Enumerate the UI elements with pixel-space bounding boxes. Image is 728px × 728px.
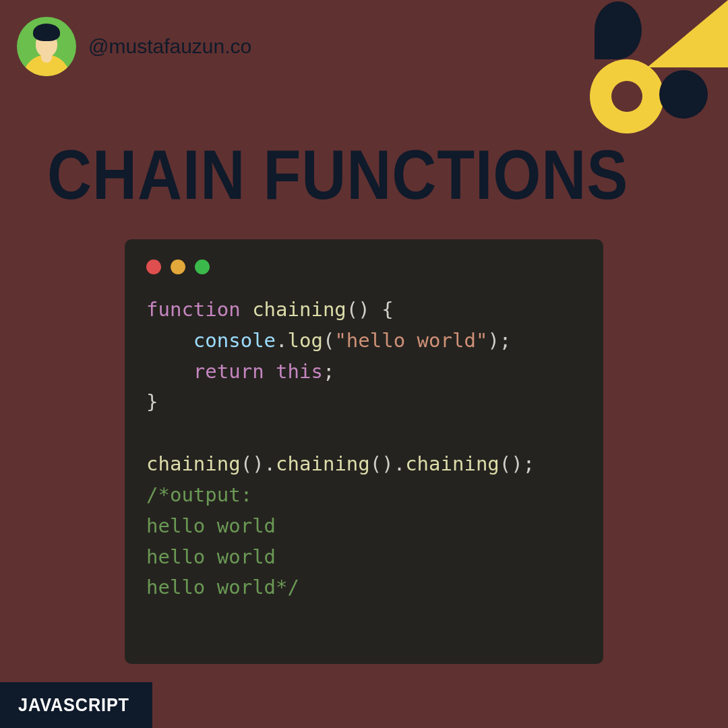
teardrop-shape: [595, 1, 642, 59]
maximize-icon: [195, 260, 210, 274]
triangle-shape: [647, 0, 728, 67]
close-icon: [146, 260, 161, 274]
chain-call-1: chaining: [146, 452, 241, 475]
avatar: [17, 17, 76, 76]
keyword-this: this: [276, 360, 323, 383]
decorative-shapes: [573, 0, 728, 155]
handle-text: @mustafauzun.co: [88, 35, 251, 58]
function-name: chaining: [252, 298, 346, 321]
language-badge: JAVASCRIPT: [0, 682, 152, 728]
chain-call-3: chaining: [405, 452, 499, 475]
page-title: CHAIN FUNCTIONS: [47, 135, 628, 215]
console-ident: console: [193, 329, 276, 352]
header: @mustafauzun.co: [17, 17, 251, 76]
comment-line-4: hello world*/: [146, 576, 299, 599]
comment-line-1: /*output:: [146, 483, 252, 506]
code-block: function chaining() { console.log("hello…: [146, 295, 582, 603]
minimize-icon: [171, 260, 185, 274]
code-window: function chaining() { console.log("hello…: [125, 239, 603, 664]
dark-circle-shape: [659, 70, 708, 119]
chain-call-2: chaining: [276, 452, 370, 475]
string-literal: "hello world": [334, 329, 487, 352]
keyword-function: function: [146, 298, 241, 321]
comment-line-2: hello world: [146, 514, 276, 537]
window-controls: [146, 260, 582, 274]
donut-shape: [590, 59, 664, 133]
keyword-return: return: [193, 360, 264, 383]
log-fn: log: [288, 329, 323, 352]
comment-line-3: hello world: [146, 545, 276, 568]
